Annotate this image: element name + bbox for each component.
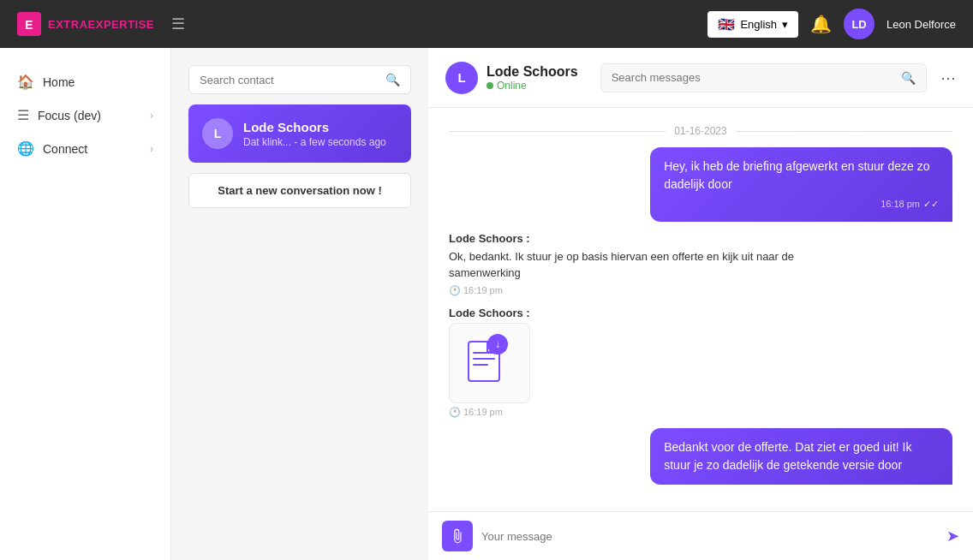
contact-panel: 🔍 L Lode Schoors Dat klink... - a few se… xyxy=(171,48,428,560)
chat-status: Online xyxy=(486,80,578,92)
chat-avatar: L xyxy=(445,62,478,94)
paperclip-icon xyxy=(450,528,465,544)
sidebar-label-connect: Connect xyxy=(43,142,141,156)
chat-name-status: Lode Schoors Online xyxy=(486,64,578,92)
message-received-1: Lode Schoors : Ok, bedankt. Ik stuur je … xyxy=(449,232,802,296)
file-attachment: ↓ xyxy=(449,323,530,403)
received-file-sender: Lode Schoors : xyxy=(449,307,530,319)
sidebar-label-home: Home xyxy=(43,75,153,89)
chevron-right-icon: › xyxy=(150,110,153,122)
navbar: E EXTRAEXPERTISE ☰ 🇬🇧 English ▾ 🔔 LD Leo… xyxy=(0,0,973,48)
search-messages-icon: 🔍 xyxy=(901,71,916,85)
logo: E EXTRAEXPERTISE xyxy=(17,12,154,36)
home-icon: 🏠 xyxy=(17,74,34,90)
sidebar-item-focus[interactable]: ☰ Focus (dev) › xyxy=(0,98,170,132)
contact-preview: Dat klink... - a few seconds ago xyxy=(243,136,397,148)
lang-label: English xyxy=(740,18,777,31)
sidebar-item-home[interactable]: 🏠 Home xyxy=(0,65,170,98)
main-layout: 🏠 Home ☰ Focus (dev) › 🌐 Connect › 🔍 L L… xyxy=(0,48,973,560)
attach-button[interactable] xyxy=(442,521,473,551)
sidebar-nav: 🏠 Home ☰ Focus (dev) › 🌐 Connect › xyxy=(0,48,171,560)
chat-status-label: Online xyxy=(497,80,527,92)
chat-panel: L Lode Schoors Online 🔍 ⋯ 01-16-2023 xyxy=(428,48,973,560)
contact-card-lode[interactable]: L Lode Schoors Dat klink... - a few seco… xyxy=(188,104,411,163)
sidebar-item-connect[interactable]: 🌐 Connect › xyxy=(0,132,170,165)
search-messages-box[interactable]: 🔍 xyxy=(600,63,927,92)
read-check-icon: ✓✓ xyxy=(923,197,939,211)
message-time-1: 16:18 pm ✓✓ xyxy=(664,197,939,211)
search-contact-input[interactable] xyxy=(200,74,379,86)
chevron-down-icon: ▾ xyxy=(782,18,788,31)
received-file-time: 🕐 16:19 pm xyxy=(449,407,530,418)
new-conversation-button[interactable]: Start a new conversation now ! xyxy=(188,173,411,208)
contact-info: Lode Schoors Dat klink... - a few second… xyxy=(243,120,397,148)
received-time-1: 🕐 16:19 pm xyxy=(449,285,802,296)
file-icon-wrapper: ↓ xyxy=(463,337,504,389)
chat-contact-name: Lode Schoors xyxy=(486,64,578,80)
logo-icon: E xyxy=(17,12,41,36)
navbar-right: 🇬🇧 English ▾ 🔔 LD Leon Delforce xyxy=(707,9,956,39)
date-divider: 01-16-2023 xyxy=(449,125,952,137)
received-sender-1: Lode Schoors : xyxy=(449,232,802,245)
language-button[interactable]: 🇬🇧 English ▾ xyxy=(707,11,798,38)
search-icon: 🔍 xyxy=(385,73,400,86)
message-received-file: Lode Schoors : ↓ 🕐 16:19 pm xyxy=(449,307,530,418)
clock-icon: 🕐 xyxy=(449,285,461,296)
more-options-icon[interactable]: ⋯ xyxy=(940,69,956,87)
svg-text:E: E xyxy=(25,18,33,32)
flag-icon: 🇬🇧 xyxy=(718,16,735,33)
chevron-right-icon-2: › xyxy=(150,143,153,155)
clock-icon-2: 🕐 xyxy=(449,407,461,418)
focus-icon: ☰ xyxy=(17,107,29,123)
user-name: Leon Delforce xyxy=(886,18,956,31)
send-button[interactable]: ➤ xyxy=(946,527,959,545)
message-text-2: Bedankt voor de offerte. Dat ziet er goe… xyxy=(664,440,911,472)
status-dot-icon xyxy=(486,82,493,89)
download-icon[interactable]: ↓ xyxy=(487,334,508,354)
message-text-1: Hey, ik heb de briefing afgewerkt en stu… xyxy=(664,159,929,191)
search-contact-box[interactable]: 🔍 xyxy=(188,65,411,94)
received-text-1: Ok, bedankt. Ik stuur je op basis hierva… xyxy=(449,248,802,282)
message-sent-2: Bedankt voor de offerte. Dat ziet er goe… xyxy=(650,428,952,485)
user-avatar: LD xyxy=(844,9,875,39)
sidebar-label-focus: Focus (dev) xyxy=(38,109,141,122)
hamburger-icon[interactable]: ☰ xyxy=(171,15,185,33)
navbar-left: E EXTRAEXPERTISE ☰ xyxy=(17,12,185,36)
chat-user-info: L Lode Schoors Online xyxy=(445,62,578,94)
message-sent-1: Hey, ik heb de briefing afgewerkt en stu… xyxy=(650,147,952,222)
message-input-area: ➤ xyxy=(428,511,973,560)
logo-text: EXTRAEXPERTISE xyxy=(48,18,154,31)
contact-name: Lode Schoors xyxy=(243,120,397,134)
chat-header: L Lode Schoors Online 🔍 ⋯ xyxy=(428,48,973,108)
bell-icon[interactable]: 🔔 xyxy=(810,14,832,34)
search-messages-input[interactable] xyxy=(612,71,894,84)
message-input[interactable] xyxy=(481,530,938,543)
messages-area: 01-16-2023 Hey, ik heb de briefing afgew… xyxy=(428,108,973,511)
connect-icon: 🌐 xyxy=(17,140,34,157)
contact-avatar: L xyxy=(202,118,233,149)
date-label: 01-16-2023 xyxy=(674,125,726,137)
